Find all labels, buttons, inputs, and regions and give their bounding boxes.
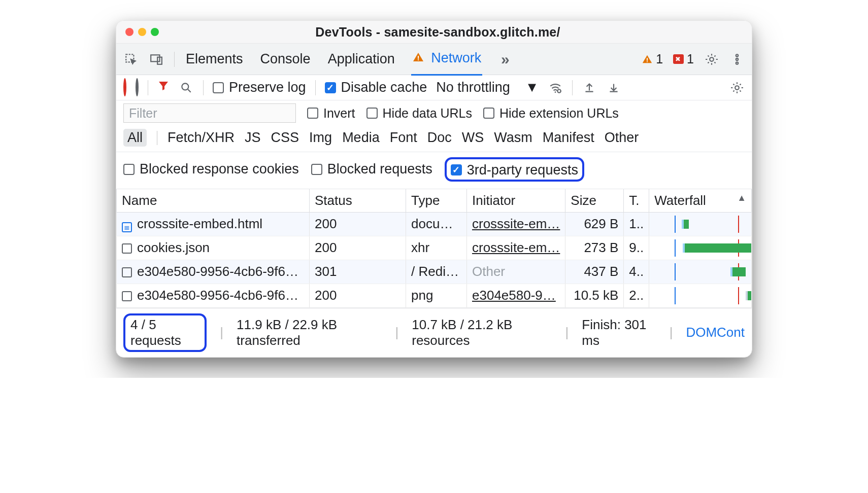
chip-fetchxhr[interactable]: Fetch/XHR [168, 130, 235, 146]
devtools-window: DevTools - samesite-sandbox.glitch.me/ E… [116, 20, 752, 358]
tabs: Elements Console Application Network » [185, 43, 513, 76]
inspect-element-icon[interactable] [123, 52, 139, 67]
blocked-requests-checkbox[interactable]: Blocked requests [311, 161, 432, 177]
upload-har-icon[interactable] [582, 80, 597, 95]
chip-ws[interactable]: WS [462, 130, 484, 146]
col-waterfall[interactable]: Waterfall [649, 189, 752, 213]
tab-application[interactable]: Application [327, 44, 396, 74]
cell-size: 437 B [565, 260, 624, 284]
more-tabs-icon[interactable]: » [497, 52, 513, 67]
panel-settings-icon[interactable] [729, 80, 745, 95]
hide-data-urls-checkbox[interactable]: Hide data URLs [366, 106, 472, 121]
col-initiator[interactable]: Initiator [467, 189, 565, 213]
initiator-link[interactable]: e304e580-9… [472, 288, 556, 303]
col-time[interactable]: T. [624, 189, 649, 213]
download-har-icon[interactable] [606, 80, 621, 95]
cell-time: 1.. [624, 212, 649, 236]
cell-type: png [406, 284, 467, 307]
col-status[interactable]: Status [310, 189, 406, 213]
blocked-cookies-checkbox[interactable]: Blocked response cookies [123, 161, 299, 177]
filter-toggle-icon[interactable] [157, 80, 170, 95]
col-size[interactable]: Size [565, 189, 624, 213]
chip-wasm[interactable]: Wasm [494, 130, 532, 146]
record-button[interactable] [123, 80, 126, 95]
cell-time: 4.. [624, 260, 649, 284]
col-type[interactable]: Type [406, 189, 467, 213]
disable-cache-label: Disable cache [341, 80, 427, 95]
warning-icon [412, 51, 428, 66]
throttling-select[interactable]: No throttling ▼ [436, 80, 539, 95]
requests-count: 4 / 5 requests [130, 317, 181, 348]
tab-network[interactable]: Network [411, 43, 483, 76]
checkbox-icon [213, 82, 224, 93]
table-row[interactable]: e304e580-9956-4cb6-9f6… 301 / Redi… Othe… [117, 260, 752, 284]
preserve-log-checkbox[interactable]: Preserve log [213, 80, 306, 95]
error-count: 1 [687, 52, 694, 66]
settings-icon[interactable] [704, 52, 719, 67]
checkbox-icon [307, 108, 318, 119]
cell-waterfall [649, 260, 752, 284]
chip-other[interactable]: Other [605, 130, 639, 146]
chip-img[interactable]: Img [309, 130, 332, 146]
third-party-label: 3rd-party requests [467, 162, 578, 178]
svg-point-11 [182, 83, 188, 90]
checkbox-icon [311, 164, 322, 175]
chip-manifest[interactable]: Manifest [543, 130, 594, 146]
cell-status: 200 [310, 284, 406, 307]
file-icon [122, 291, 132, 301]
separator [572, 80, 573, 95]
disable-cache-checkbox[interactable]: Disable cache [325, 80, 427, 95]
invert-checkbox[interactable]: Invert [307, 106, 355, 121]
error-icon [673, 54, 684, 64]
tab-elements[interactable]: Elements [185, 44, 244, 74]
svg-rect-6 [647, 61, 648, 62]
chip-css[interactable]: CSS [271, 130, 299, 146]
warning-icon [642, 54, 653, 65]
initiator-link[interactable]: crosssite-em… [472, 240, 560, 255]
cell-initiator: e304e580-9… [467, 284, 565, 307]
chip-media[interactable]: Media [342, 130, 380, 146]
chip-js[interactable]: JS [245, 130, 261, 146]
chevron-down-icon: ▼ [515, 80, 539, 95]
issues-error-count[interactable]: 1 [673, 52, 694, 66]
clear-button[interactable] [136, 80, 139, 95]
cell-size: 629 B [565, 212, 624, 236]
requests-count-highlight: 4 / 5 requests [123, 313, 207, 352]
table-header-row: Name Status Type Initiator Size T. Water… [117, 189, 752, 213]
network-conditions-icon[interactable] [548, 80, 563, 95]
hide-extension-urls-checkbox[interactable]: Hide extension URLs [483, 106, 619, 121]
cell-type: docu… [406, 212, 467, 236]
cell-name: e304e580-9956-4cb6-9f6… [117, 260, 310, 284]
device-toolbar-icon[interactable] [149, 52, 164, 67]
col-name[interactable]: Name [117, 189, 310, 213]
chip-font[interactable]: Font [390, 130, 417, 146]
minimize-icon[interactable] [138, 28, 146, 36]
tab-console[interactable]: Console [259, 44, 312, 74]
table-row[interactable]: cookies.json 200 xhr crosssite-em… 273 B… [117, 236, 752, 260]
svg-point-7 [710, 57, 714, 61]
svg-point-12 [555, 91, 556, 93]
initiator-text: Other [472, 264, 505, 279]
search-icon[interactable] [179, 80, 194, 95]
filter-input[interactable]: Filter [123, 103, 296, 123]
cell-time: 2.. [624, 284, 649, 307]
cell-time: 9.. [624, 236, 649, 260]
zoom-icon[interactable] [151, 28, 159, 36]
initiator-link[interactable]: crosssite-em… [472, 216, 560, 231]
chip-all[interactable]: All [123, 129, 147, 147]
kebab-menu-icon[interactable] [729, 52, 745, 67]
invert-label: Invert [323, 106, 355, 121]
throttling-value: No throttling [436, 80, 510, 95]
chip-doc[interactable]: Doc [427, 130, 452, 146]
cell-initiator: Other [467, 260, 565, 284]
cell-type: xhr [406, 236, 467, 260]
third-party-checkbox[interactable]: 3rd-party requests [451, 162, 578, 178]
blocked-requests-label: Blocked requests [327, 161, 432, 177]
checkbox-icon [483, 108, 494, 119]
table-row[interactable]: e304e580-9956-4cb6-9f6… 200 png e304e580… [117, 284, 752, 307]
cell-waterfall [649, 236, 752, 260]
issues-warning-count[interactable]: 1 [642, 52, 663, 66]
table-row[interactable]: crosssite-embed.html 200 docu… crosssite… [117, 212, 752, 236]
resource-type-filters: All Fetch/XHR JS CSS Img Media Font Doc … [116, 126, 752, 152]
close-icon[interactable] [125, 28, 133, 36]
